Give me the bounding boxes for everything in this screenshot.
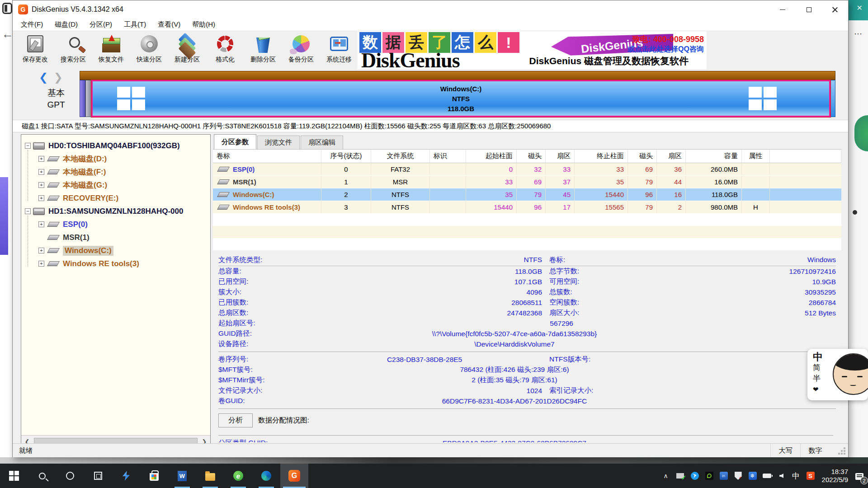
delete-partition-button[interactable]: 删除分区	[244, 31, 282, 68]
tray-intel-icon[interactable]: in	[719, 471, 729, 481]
expand-icon[interactable]: +	[38, 248, 44, 253]
menu-item-view[interactable]: 查看(V)	[158, 20, 180, 29]
resize-grip[interactable]	[830, 444, 848, 457]
tree-item-disk-g[interactable]: + 本地磁盘(G:)	[21, 178, 210, 192]
collapse-icon[interactable]: −	[25, 143, 31, 149]
diskgenius-taskbar-button[interactable]: G	[280, 464, 308, 488]
system-migrate-button[interactable]: 系统迁移	[320, 31, 358, 68]
background-menu-dots-icon[interactable]	[854, 29, 863, 39]
table-row-windows-re[interactable]: Windows RE tools(3) 3 NTFS 15440 96 17 1…	[213, 201, 841, 214]
tray-expand-icon[interactable]: ∧	[661, 471, 671, 481]
maximize-button[interactable]	[796, 0, 822, 19]
expand-icon[interactable]: +	[38, 221, 44, 227]
backup-partition-button[interactable]: 备份分区	[282, 31, 320, 68]
taskbar-search-button[interactable]	[28, 464, 56, 488]
browser-360-button[interactable]: e	[224, 464, 252, 488]
tray-snowflake-icon[interactable]: ❄	[748, 471, 758, 481]
taskbar-clock[interactable]: 18:37 2022/5/9	[820, 468, 850, 484]
col-header-start-head[interactable]: 磁头	[517, 150, 546, 163]
collapse-icon[interactable]: −	[25, 208, 31, 214]
background-close-icon[interactable]	[857, 4, 863, 12]
prev-disk-arrow-icon[interactable]: ❮	[39, 71, 48, 83]
tree-item-windows-re[interactable]: + Windows RE tools(3)	[21, 257, 210, 270]
tray-ime-indicator[interactable]: 中	[791, 471, 801, 481]
expand-icon[interactable]: +	[38, 156, 44, 162]
tab-partition-params[interactable]: 分区参数	[214, 134, 256, 149]
ad-banner[interactable]: 数 据 丢 了 怎 么 ! DiskGenius DiskGenius 致电: …	[358, 31, 707, 69]
tab-browse-files[interactable]: 浏览文件	[257, 136, 300, 149]
start-button[interactable]	[0, 464, 28, 488]
allocation-map-label: 数据分配情况图:	[258, 416, 309, 425]
banner-qq-link[interactable]: 或点击此处选择QQ咨询	[627, 45, 704, 54]
col-header-end-cyl[interactable]: 终止柱面	[575, 150, 628, 163]
pinned-app-lightning[interactable]	[112, 464, 140, 488]
tab-sector-edit[interactable]: 扇区编辑	[301, 136, 343, 149]
menu-item-disk[interactable]: 磁盘(D)	[55, 20, 78, 29]
tree-item-hd1[interactable]: − HD1:SAMSUNGMZNLN128HAHQ-000	[21, 205, 210, 218]
table-row-esp[interactable]: ESP(0) 0 FAT32 0 32 33 33 69 36 260.0MB	[213, 163, 841, 176]
cortana-button[interactable]	[56, 464, 84, 488]
expand-icon[interactable]: +	[38, 195, 44, 201]
col-header-end-sector[interactable]: 扇区	[657, 150, 686, 163]
menu-item-help[interactable]: 帮助(H)	[192, 20, 215, 29]
tree-item-esp[interactable]: + ESP(0)	[21, 218, 210, 231]
col-header-index[interactable]: 序号(状态)	[321, 150, 371, 163]
notification-center-button[interactable]: 2	[854, 471, 864, 481]
tree-item-recovery-e[interactable]: + RECOVERY(E:)	[21, 192, 210, 205]
table-row-windows-selected[interactable]: Windows(C:) 2 NTFS 35 79 45 15440 96 16 …	[213, 188, 841, 201]
edge-button[interactable]	[252, 464, 280, 488]
disk-bar-re-partition[interactable]	[830, 80, 835, 117]
tray-sogou-icon[interactable]: S	[806, 471, 816, 481]
col-header-attr[interactable]: 属性	[742, 150, 770, 163]
menu-item-file[interactable]: 文件(F)	[21, 20, 43, 29]
tray-nvidia-icon[interactable]	[704, 471, 714, 481]
disk-bar-msr-partition[interactable]	[85, 80, 91, 117]
expand-icon[interactable]: +	[38, 261, 44, 267]
next-disk-arrow-icon[interactable]: ❯	[54, 71, 63, 83]
tray-power-icon[interactable]	[762, 471, 772, 481]
menu-item-partition[interactable]: 分区(P)	[90, 20, 112, 29]
quick-partition-button[interactable]: 快速分区	[130, 31, 168, 68]
format-button[interactable]: 格式化	[206, 31, 244, 68]
tray-dingtalk-icon[interactable]	[690, 471, 700, 481]
tree-item-disk-d[interactable]: + 本地磁盘(D:)	[21, 152, 210, 165]
analyze-button[interactable]: 分析	[218, 413, 253, 427]
tray-volume-icon[interactable]	[777, 471, 787, 481]
minimize-button[interactable]	[769, 0, 796, 19]
disk-bar-esp-partition[interactable]	[80, 80, 85, 117]
detail-label: 已用空间:	[218, 277, 307, 286]
recover-files-button[interactable]: 恢复文件	[92, 31, 130, 68]
tree-item-disk-f[interactable]: + 本地磁盘(F:)	[21, 165, 210, 178]
gpt-header-strip[interactable]	[80, 71, 835, 80]
col-header-end-head[interactable]: 磁头	[628, 150, 657, 163]
col-header-start-cyl[interactable]: 起始柱面	[466, 150, 517, 163]
ime-floating-widget[interactable]: 中 简 半 ❤	[807, 349, 868, 400]
tree-item-hd0[interactable]: − HD0:TOSHIBAMQ04ABF100(932GB)	[21, 139, 210, 152]
tree-item-msr[interactable]: MSR(1)	[21, 231, 210, 244]
expand-icon[interactable]: +	[38, 182, 44, 188]
new-partition-button[interactable]: 新建分区	[168, 31, 206, 68]
tree-item-windows-c[interactable]: + Windows(C:)	[21, 244, 210, 257]
disk-bar-windows-partition[interactable]: Windows(C:) NTFS 118.0GB	[91, 80, 830, 117]
word-button[interactable]: W	[168, 464, 196, 488]
col-header-capacity[interactable]: 容量	[686, 150, 742, 163]
menu-item-tools[interactable]: 工具(T)	[124, 20, 146, 29]
expand-icon[interactable]: +	[38, 169, 44, 175]
close-button[interactable]	[822, 0, 848, 19]
tray-security-shield-icon[interactable]	[733, 471, 743, 481]
tray-printer-icon[interactable]	[675, 471, 685, 481]
titlebar[interactable]: G DiskGenius V5.4.3.1342 x64	[13, 0, 848, 19]
col-header-start-sector[interactable]: 扇区	[546, 150, 575, 163]
search-partition-button[interactable]: 搜索分区	[54, 31, 92, 68]
col-header-volume[interactable]: 卷标	[213, 150, 321, 163]
disk-info-bar: 磁盘1 接口:SATA 型号:SAMSUNGMZNLN128HAHQ-000H1…	[13, 120, 848, 132]
table-row-msr[interactable]: MSR(1) 1 MSR 33 69 37 35 79 44 16.0MB	[213, 176, 841, 188]
detail-label: 卷序列号:	[218, 355, 307, 364]
col-header-filesystem[interactable]: 文件系统	[371, 150, 430, 163]
save-changes-button[interactable]: 保存更改	[16, 31, 54, 68]
task-view-button[interactable]	[84, 464, 112, 488]
file-explorer-button[interactable]	[196, 464, 224, 488]
store-bag-icon	[150, 473, 159, 481]
microsoft-store-button[interactable]	[140, 464, 168, 488]
col-header-id[interactable]: 标识	[430, 150, 466, 163]
